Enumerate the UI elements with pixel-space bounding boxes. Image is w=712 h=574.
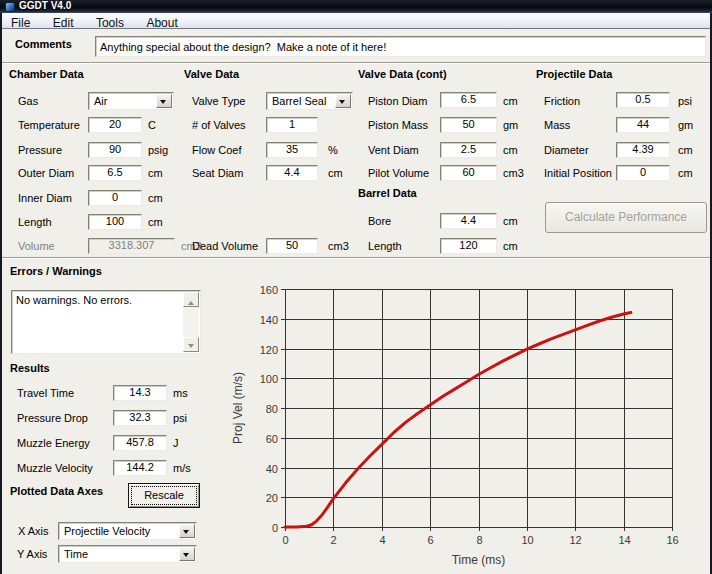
arrow-up-icon xyxy=(188,298,194,305)
mass-unit: gm xyxy=(678,119,693,131)
friction-field[interactable]: 0.5 xyxy=(616,92,670,108)
section-valve-data: Valve Data xyxy=(184,68,239,80)
mass-field[interactable]: 44 xyxy=(616,117,670,133)
friction-unit: psi xyxy=(678,95,692,107)
pilot-volume-field[interactable]: 60 xyxy=(440,165,497,181)
valve-type-dropdown-button[interactable] xyxy=(335,94,351,108)
x-tick-label: 0 xyxy=(282,534,288,546)
menu-edit[interactable]: Edit xyxy=(44,16,83,31)
x-tick-label: 4 xyxy=(379,534,385,546)
num-valves-field[interactable]: 1 xyxy=(266,117,318,133)
num-valves-label: # of Valves xyxy=(192,119,246,131)
chart-svg: 0246810121416020406080100120140160Time (… xyxy=(230,270,712,574)
muzzle-energy-field[interactable]: 457.8 xyxy=(113,435,167,451)
piston-mass-label: Piston Mass xyxy=(368,119,428,131)
bore-label: Bore xyxy=(368,215,391,227)
series-line xyxy=(285,313,631,528)
rescale-button[interactable]: Rescale xyxy=(128,483,200,508)
x-axis-title: Time (ms) xyxy=(452,553,506,567)
bore-field[interactable]: 4.4 xyxy=(440,213,497,229)
seat-diam-label: Seat Diam xyxy=(192,167,243,179)
errors-textarea[interactable]: No warnings. No errors. xyxy=(11,290,201,354)
section-chamber-data: Chamber Data xyxy=(9,68,84,80)
muzzle-energy-unit: J xyxy=(173,437,179,449)
gas-label: Gas xyxy=(18,95,38,107)
calculate-performance-button[interactable]: Calculate Performance xyxy=(545,202,707,233)
y-tick-label: 120 xyxy=(260,344,278,356)
chevron-down-icon xyxy=(183,553,189,560)
piston-diam-unit: cm xyxy=(503,95,518,107)
x-tick-label: 16 xyxy=(666,534,678,546)
flow-coef-field[interactable]: 35 xyxy=(266,142,318,158)
gas-dropdown-button[interactable] xyxy=(156,94,172,108)
vent-diam-field[interactable]: 2.5 xyxy=(440,142,497,158)
x-axis-dropdown[interactable]: Projectile Velocity xyxy=(58,522,197,540)
x-tick-label: 8 xyxy=(476,534,482,546)
valve-type-dropdown[interactable]: Barrel Seal xyxy=(266,92,353,110)
y-axis-label: Y Axis xyxy=(17,548,47,560)
seat-diam-unit: cm xyxy=(328,167,343,179)
pressure-label: Pressure xyxy=(18,144,62,156)
initial-position-label: Initial Position xyxy=(544,167,612,179)
chamber-length-label: Length xyxy=(18,216,52,228)
app-window: GGDT V4.0 File Edit Tools About Comments… xyxy=(0,0,712,574)
diameter-unit: cm xyxy=(678,144,693,156)
scroll-down-button[interactable] xyxy=(183,337,199,352)
travel-time-label: Travel Time xyxy=(17,387,74,399)
chamber-length-field[interactable]: 100 xyxy=(88,214,142,230)
menu-file[interactable]: File xyxy=(2,16,39,31)
app-icon xyxy=(5,2,15,12)
comments-input[interactable] xyxy=(95,36,706,57)
muzzle-energy-label: Muzzle Energy xyxy=(17,437,90,449)
y-tick-label: 140 xyxy=(260,314,278,326)
initial-position-field[interactable]: 0 xyxy=(616,165,670,181)
menu-bar: File Edit Tools About xyxy=(2,13,710,29)
y-axis-dropdown-button[interactable] xyxy=(179,547,195,561)
outer-diam-label: Outer Diam xyxy=(18,167,74,179)
menu-about[interactable]: About xyxy=(137,16,186,31)
scroll-up-button[interactable] xyxy=(183,292,199,307)
barrel-length-field[interactable]: 120 xyxy=(440,238,497,254)
friction-label: Friction xyxy=(544,95,580,107)
section-projectile-data: Projectile Data xyxy=(536,68,612,80)
y-tick-label: 20 xyxy=(266,492,278,504)
dead-volume-field[interactable]: 50 xyxy=(266,238,318,254)
menu-tools[interactable]: Tools xyxy=(87,16,133,31)
temperature-field[interactable]: 20 xyxy=(88,117,142,133)
errors-scrollbar[interactable] xyxy=(183,292,199,352)
inner-diam-unit: cm xyxy=(148,192,163,204)
outer-diam-field[interactable]: 6.5 xyxy=(88,165,142,181)
seat-diam-field[interactable]: 4.4 xyxy=(266,165,318,181)
temperature-label: Temperature xyxy=(18,119,80,131)
piston-diam-field[interactable]: 6.5 xyxy=(440,92,497,108)
section-results: Results xyxy=(10,362,50,374)
diameter-field[interactable]: 4.39 xyxy=(616,142,670,158)
divider-middle xyxy=(2,257,710,259)
flow-coef-unit: % xyxy=(328,144,338,156)
y-axis-dropdown[interactable]: Time xyxy=(58,545,197,563)
divider-top xyxy=(2,62,710,64)
vent-diam-unit: cm xyxy=(503,144,518,156)
volume-label: Volume xyxy=(18,240,55,252)
piston-mass-unit: gm xyxy=(503,119,518,131)
muzzle-velocity-unit: m/s xyxy=(173,462,191,474)
pressure-field[interactable]: 90 xyxy=(88,142,142,158)
y-tick-label: 60 xyxy=(266,433,278,445)
y-axis-value: Time xyxy=(64,548,88,560)
chevron-down-icon xyxy=(160,100,166,107)
barrel-length-label: Length xyxy=(368,240,402,252)
gas-value: Air xyxy=(94,95,107,107)
section-plotted-data-axes: Plotted Data Axes xyxy=(10,485,103,497)
travel-time-field[interactable]: 14.3 xyxy=(113,385,167,401)
travel-time-unit: ms xyxy=(173,387,188,399)
gas-dropdown[interactable]: Air xyxy=(88,92,174,110)
x-axis-dropdown-button[interactable] xyxy=(179,524,195,538)
title-bar: GGDT V4.0 xyxy=(0,0,712,13)
inner-diam-field[interactable]: 0 xyxy=(88,190,142,206)
piston-mass-field[interactable]: 50 xyxy=(440,117,497,133)
pressure-drop-field[interactable]: 32.3 xyxy=(113,410,167,426)
x-axis-value: Projectile Velocity xyxy=(64,525,150,537)
pressure-drop-unit: psi xyxy=(173,412,187,424)
mass-label: Mass xyxy=(544,119,570,131)
muzzle-velocity-field[interactable]: 144.2 xyxy=(113,460,167,476)
